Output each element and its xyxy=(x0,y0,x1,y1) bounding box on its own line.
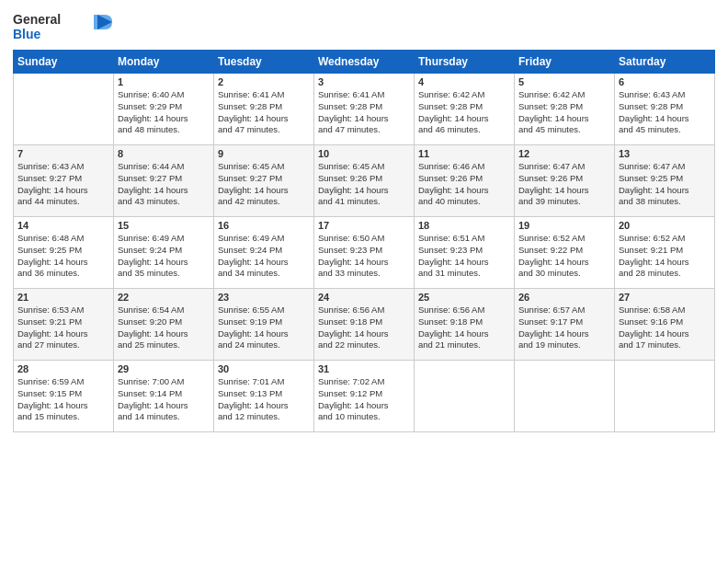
page-container: General Blue SundayMondayTuesdayWednesda… xyxy=(0,0,728,442)
cell-content: Sunrise: 6:43 AM Sunset: 9:28 PM Dayligh… xyxy=(619,89,711,136)
day-number: 18 xyxy=(418,220,510,231)
day-number: 2 xyxy=(218,76,310,87)
calendar-cell: 1Sunrise: 6:40 AM Sunset: 9:29 PM Daylig… xyxy=(114,74,214,145)
calendar-cell: 4Sunrise: 6:42 AM Sunset: 9:28 PM Daylig… xyxy=(415,74,515,145)
cell-content: Sunrise: 6:42 AM Sunset: 9:28 PM Dayligh… xyxy=(518,89,610,136)
calendar-cell: 31Sunrise: 7:02 AM Sunset: 9:12 PM Dayli… xyxy=(314,361,415,432)
calendar-cell: 3Sunrise: 6:41 AM Sunset: 9:28 PM Daylig… xyxy=(314,74,415,145)
calendar-cell: 20Sunrise: 6:52 AM Sunset: 9:21 PM Dayli… xyxy=(615,217,715,289)
day-number: 22 xyxy=(118,292,210,303)
day-number: 29 xyxy=(118,363,210,374)
calendar-cell: 25Sunrise: 6:56 AM Sunset: 9:18 PM Dayli… xyxy=(415,289,515,361)
calendar-week-row: 7Sunrise: 6:43 AM Sunset: 9:27 PM Daylig… xyxy=(14,145,715,217)
calendar-cell: 29Sunrise: 7:00 AM Sunset: 9:14 PM Dayli… xyxy=(114,361,214,432)
calendar-cell: 22Sunrise: 6:54 AM Sunset: 9:20 PM Dayli… xyxy=(114,289,214,361)
day-number: 4 xyxy=(418,76,510,87)
day-number: 26 xyxy=(518,292,610,303)
logo-svg: General Blue xyxy=(13,9,114,46)
calendar-cell: 17Sunrise: 6:50 AM Sunset: 9:23 PM Dayli… xyxy=(314,217,415,289)
calendar-cell: 6Sunrise: 6:43 AM Sunset: 9:28 PM Daylig… xyxy=(615,74,715,145)
calendar-cell: 18Sunrise: 6:51 AM Sunset: 9:23 PM Dayli… xyxy=(415,217,515,289)
cell-content: Sunrise: 6:41 AM Sunset: 9:28 PM Dayligh… xyxy=(318,89,410,136)
day-number: 17 xyxy=(318,220,410,231)
day-number: 31 xyxy=(318,363,410,374)
day-number: 21 xyxy=(17,292,109,303)
header-day-wednesday: Wednesday xyxy=(314,51,415,74)
day-number: 19 xyxy=(518,220,610,231)
calendar-week-row: 14Sunrise: 6:48 AM Sunset: 9:25 PM Dayli… xyxy=(14,217,715,289)
cell-content: Sunrise: 6:52 AM Sunset: 9:22 PM Dayligh… xyxy=(518,233,610,280)
cell-content: Sunrise: 6:46 AM Sunset: 9:26 PM Dayligh… xyxy=(418,161,510,208)
header-day-thursday: Thursday xyxy=(415,51,515,74)
calendar-cell: 21Sunrise: 6:53 AM Sunset: 9:21 PM Dayli… xyxy=(14,289,114,361)
calendar-cell: 13Sunrise: 6:47 AM Sunset: 9:25 PM Dayli… xyxy=(615,145,715,217)
calendar-cell: 23Sunrise: 6:55 AM Sunset: 9:19 PM Dayli… xyxy=(214,289,314,361)
calendar-cell xyxy=(14,74,114,145)
cell-content: Sunrise: 6:59 AM Sunset: 9:15 PM Dayligh… xyxy=(17,376,109,423)
calendar-cell: 27Sunrise: 6:58 AM Sunset: 9:16 PM Dayli… xyxy=(615,289,715,361)
calendar-week-row: 21Sunrise: 6:53 AM Sunset: 9:21 PM Dayli… xyxy=(14,289,715,361)
calendar-week-row: 1Sunrise: 6:40 AM Sunset: 9:29 PM Daylig… xyxy=(14,74,715,145)
calendar-table: SundayMondayTuesdayWednesdayThursdayFrid… xyxy=(13,50,715,432)
cell-content: Sunrise: 6:52 AM Sunset: 9:21 PM Dayligh… xyxy=(619,233,711,280)
calendar-body: 1Sunrise: 6:40 AM Sunset: 9:29 PM Daylig… xyxy=(14,74,715,432)
cell-content: Sunrise: 6:54 AM Sunset: 9:20 PM Dayligh… xyxy=(118,304,210,351)
cell-content: Sunrise: 6:53 AM Sunset: 9:21 PM Dayligh… xyxy=(17,304,109,351)
day-number: 30 xyxy=(218,363,310,374)
calendar-cell: 28Sunrise: 6:59 AM Sunset: 9:15 PM Dayli… xyxy=(14,361,114,432)
day-number: 14 xyxy=(17,220,109,231)
day-number: 25 xyxy=(418,292,510,303)
day-number: 15 xyxy=(118,220,210,231)
cell-content: Sunrise: 6:58 AM Sunset: 9:16 PM Dayligh… xyxy=(619,304,711,351)
header-day-sunday: Sunday xyxy=(14,51,114,74)
cell-content: Sunrise: 6:40 AM Sunset: 9:29 PM Dayligh… xyxy=(118,89,210,136)
calendar-cell: 7Sunrise: 6:43 AM Sunset: 9:27 PM Daylig… xyxy=(14,145,114,217)
calendar-cell: 19Sunrise: 6:52 AM Sunset: 9:22 PM Dayli… xyxy=(515,217,615,289)
day-number: 8 xyxy=(118,148,210,159)
day-number: 13 xyxy=(619,148,711,159)
day-number: 24 xyxy=(318,292,410,303)
day-number: 28 xyxy=(17,363,109,374)
day-number: 10 xyxy=(318,148,410,159)
cell-content: Sunrise: 6:45 AM Sunset: 9:26 PM Dayligh… xyxy=(318,161,410,208)
day-number: 11 xyxy=(418,148,510,159)
cell-content: Sunrise: 6:51 AM Sunset: 9:23 PM Dayligh… xyxy=(418,233,510,280)
day-number: 7 xyxy=(17,148,109,159)
calendar-cell: 2Sunrise: 6:41 AM Sunset: 9:28 PM Daylig… xyxy=(214,74,314,145)
day-number: 9 xyxy=(218,148,310,159)
svg-text:Blue: Blue xyxy=(13,27,41,41)
cell-content: Sunrise: 6:57 AM Sunset: 9:17 PM Dayligh… xyxy=(518,304,610,351)
cell-content: Sunrise: 7:01 AM Sunset: 9:13 PM Dayligh… xyxy=(218,376,310,423)
header-day-monday: Monday xyxy=(114,51,214,74)
calendar-cell xyxy=(515,361,615,432)
calendar-cell: 16Sunrise: 6:49 AM Sunset: 9:24 PM Dayli… xyxy=(214,217,314,289)
calendar-cell xyxy=(415,361,515,432)
svg-text:General: General xyxy=(13,12,61,27)
calendar-cell: 12Sunrise: 6:47 AM Sunset: 9:26 PM Dayli… xyxy=(515,145,615,217)
day-number: 27 xyxy=(619,292,711,303)
day-number: 1 xyxy=(118,76,210,87)
calendar-cell: 30Sunrise: 7:01 AM Sunset: 9:13 PM Dayli… xyxy=(214,361,314,432)
cell-content: Sunrise: 7:00 AM Sunset: 9:14 PM Dayligh… xyxy=(118,376,210,423)
calendar-cell: 15Sunrise: 6:49 AM Sunset: 9:24 PM Dayli… xyxy=(114,217,214,289)
calendar-cell: 5Sunrise: 6:42 AM Sunset: 9:28 PM Daylig… xyxy=(515,74,615,145)
logo: General Blue xyxy=(13,9,114,46)
cell-content: Sunrise: 6:49 AM Sunset: 9:24 PM Dayligh… xyxy=(218,233,310,280)
day-number: 12 xyxy=(518,148,610,159)
cell-content: Sunrise: 6:47 AM Sunset: 9:26 PM Dayligh… xyxy=(518,161,610,208)
day-number: 23 xyxy=(218,292,310,303)
day-number: 20 xyxy=(619,220,711,231)
header: General Blue xyxy=(13,9,715,46)
day-number: 6 xyxy=(619,76,711,87)
cell-content: Sunrise: 6:43 AM Sunset: 9:27 PM Dayligh… xyxy=(17,161,109,208)
day-number: 5 xyxy=(518,76,610,87)
calendar-cell: 26Sunrise: 6:57 AM Sunset: 9:17 PM Dayli… xyxy=(515,289,615,361)
calendar-cell: 9Sunrise: 6:45 AM Sunset: 9:27 PM Daylig… xyxy=(214,145,314,217)
calendar-cell: 14Sunrise: 6:48 AM Sunset: 9:25 PM Dayli… xyxy=(14,217,114,289)
cell-content: Sunrise: 6:41 AM Sunset: 9:28 PM Dayligh… xyxy=(218,89,310,136)
calendar-cell: 24Sunrise: 6:56 AM Sunset: 9:18 PM Dayli… xyxy=(314,289,415,361)
calendar-week-row: 28Sunrise: 6:59 AM Sunset: 9:15 PM Dayli… xyxy=(14,361,715,432)
cell-content: Sunrise: 6:42 AM Sunset: 9:28 PM Dayligh… xyxy=(418,89,510,136)
calendar-cell: 11Sunrise: 6:46 AM Sunset: 9:26 PM Dayli… xyxy=(415,145,515,217)
header-day-saturday: Saturday xyxy=(615,51,715,74)
